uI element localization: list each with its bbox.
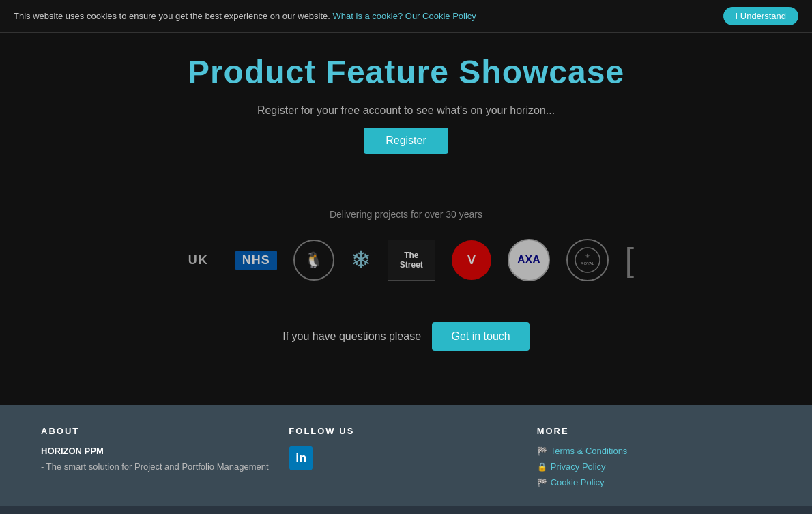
contact-section: If you have questions please Get in touc… (0, 309, 812, 378)
privacy-label: Privacy Policy (551, 461, 606, 472)
footer-company-name: HORIZON PPM (41, 446, 275, 456)
section-divider (41, 188, 771, 188)
main-section: Product Feature Showcase Register for yo… (0, 33, 812, 405)
register-button[interactable]: Register (364, 128, 448, 154)
privacy-icon: 🔒 (537, 462, 547, 472)
cookie-policy-label: Cookie Policy (551, 477, 605, 487)
terms-label: Terms & Conditions (551, 446, 628, 456)
register-text: Register for your free account to see wh… (0, 104, 812, 117)
cookie-banner: This website uses cookies to ensure you … (0, 0, 812, 33)
contact-text: If you have questions please (282, 330, 421, 342)
logo-uk: UK (178, 253, 219, 268)
cookie-text: This website uses cookies to ensure you … (14, 11, 330, 21)
logo-penguin: 🐧 (293, 240, 334, 281)
delivering-text: Delivering projects for over 30 years (0, 209, 812, 220)
cookie-understand-button[interactable]: I Understand (723, 7, 798, 25)
footer-about-heading: ABOUT (41, 426, 275, 436)
footer-more-column: MORE 🏁 Terms & Conditions 🔒 Privacy Poli… (537, 426, 771, 493)
logo-royal: ⚜ ROYAL (566, 239, 609, 281)
page-title: Product Feature Showcase (0, 53, 812, 91)
logo-axa: AXA (508, 239, 550, 281)
footer-about-column: ABOUT HORIZON PPM - The smart solution f… (41, 426, 275, 493)
logo-vodafone: V (452, 240, 491, 280)
terms-icon: 🏁 (537, 446, 547, 456)
logo-thestreet: The Street (388, 240, 435, 281)
logo-bracket: [ (625, 244, 634, 276)
cookie-policy-footer-link[interactable]: 🏁 Cookie Policy (537, 477, 771, 487)
svg-text:⚜: ⚜ (585, 253, 590, 259)
footer-more-heading: MORE (537, 426, 771, 436)
privacy-link[interactable]: 🔒 Privacy Policy (537, 461, 771, 472)
cookie-icon: 🏁 (537, 478, 547, 487)
linkedin-link[interactable]: in (289, 446, 313, 470)
footer: ABOUT HORIZON PPM - The smart solution f… (0, 405, 812, 506)
footer-company-description: - The smart solution for Project and Por… (41, 460, 275, 474)
footer-follow-column: FOLLOW US in (289, 426, 523, 493)
terms-link[interactable]: 🏁 Terms & Conditions (537, 446, 771, 456)
cookie-policy-link[interactable]: What is a cookie? Our Cookie Policy (333, 11, 476, 21)
cookie-message: This website uses cookies to ensure you … (14, 11, 476, 21)
svg-text:ROYAL: ROYAL (581, 261, 595, 266)
logos-row: UK NHS 🐧 ❄ The Street V AXA (0, 239, 812, 281)
svg-point-2 (575, 248, 600, 272)
get-in-touch-button[interactable]: Get in touch (432, 322, 529, 351)
svg-text:V: V (467, 253, 476, 267)
logo-nhs: NHS (235, 251, 277, 270)
logo-snowflake: ❄ (351, 246, 371, 274)
footer-follow-heading: FOLLOW US (289, 426, 523, 436)
bottom-bar: © 2022 Horizon PPM. All Rights Reserved.… (0, 506, 812, 514)
